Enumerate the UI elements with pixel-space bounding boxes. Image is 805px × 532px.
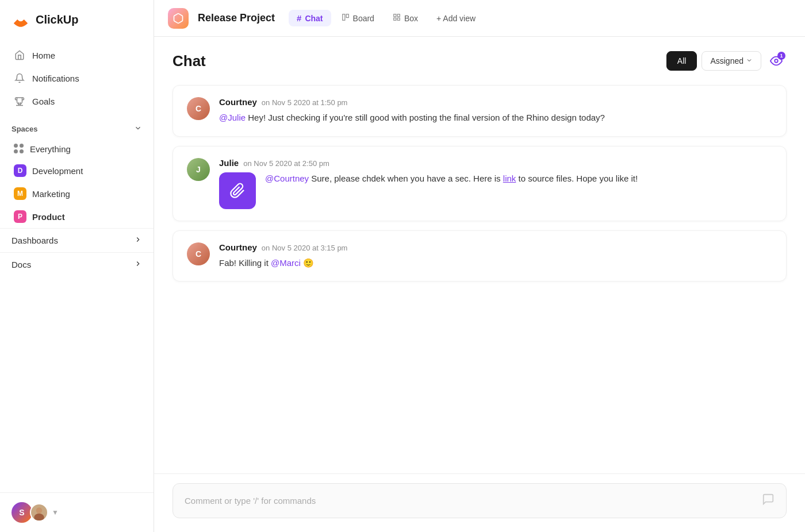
chat-header: Chat All Assigned 1 <box>154 37 805 80</box>
comment-placeholder: Comment or type '/' for commands <box>185 496 316 506</box>
bell-icon <box>14 72 25 84</box>
filter-assigned-dropdown[interactable]: Assigned <box>702 51 761 71</box>
chat-title: Chat <box>172 52 206 70</box>
tab-box[interactable]: Box <box>385 10 426 26</box>
project-title: Release Project <box>198 12 275 24</box>
marketing-badge: M <box>14 187 26 200</box>
clickup-logo-icon <box>12 10 30 29</box>
message-3-content: Courtney on Nov 5 2020 at 3:15 pm Fab! K… <box>219 242 772 270</box>
message-3-emoji: 🙂 <box>303 258 314 268</box>
tab-chat[interactable]: # Chat <box>289 10 331 26</box>
message-2: J Julie on Nov 5 2020 at 2:50 pm @Courtn… <box>172 146 787 221</box>
sidebar-item-development[interactable]: D Development <box>2 159 151 182</box>
message-2-header: Julie on Nov 5 2020 at 2:50 pm <box>219 158 772 168</box>
courtney-avatar-1: C <box>187 97 210 120</box>
sidebar-item-notifications[interactable]: Notifications <box>7 67 147 90</box>
svg-rect-6 <box>394 18 396 20</box>
spaces-header[interactable]: Spaces <box>0 117 154 138</box>
view-tabs: # Chat Board Box + Add view <box>289 10 484 26</box>
spaces-chevron-icon <box>134 124 142 134</box>
sidebar-item-everything[interactable]: Everything <box>2 138 151 159</box>
add-view-label: + Add view <box>436 14 476 23</box>
filter-assigned-label: Assigned <box>710 56 743 65</box>
tab-board[interactable]: Board <box>334 10 382 26</box>
courtney-avatar-2: C <box>187 242 210 265</box>
watch-button[interactable]: 1 <box>766 51 787 71</box>
svg-rect-5 <box>397 14 400 17</box>
message-2-time: on Nov 5 2020 at 2:50 pm <box>243 159 329 168</box>
topbar: Release Project # Chat Board Box + Add v… <box>154 0 805 37</box>
sidebar-item-notifications-label: Notifications <box>32 74 79 83</box>
sidebar-item-marketing-label: Marketing <box>32 189 70 199</box>
message-2-content: Julie on Nov 5 2020 at 2:50 pm @Courtney… <box>219 158 772 209</box>
sidebar-item-docs[interactable]: Docs <box>0 252 154 276</box>
filter-all-button[interactable]: All <box>666 51 697 71</box>
svg-rect-3 <box>346 14 348 18</box>
sidebar-item-home-label: Home <box>32 51 55 60</box>
tab-chat-label: Chat <box>305 14 323 23</box>
sidebar-nav: Home Notifications Goals <box>0 39 154 117</box>
sidebar: ClickUp Home Notifications Goals Spaces <box>0 0 154 532</box>
message-3-header: Courtney on Nov 5 2020 at 3:15 pm <box>219 242 772 252</box>
message-1-mention[interactable]: @Julie <box>219 113 246 122</box>
user-avatar-2[interactable] <box>30 503 48 522</box>
user-avatar-s[interactable]: S <box>12 502 32 523</box>
chat-filters: All Assigned <box>666 51 761 71</box>
comment-box-container: Comment or type '/' for commands <box>154 473 805 532</box>
message-1-content: Courtney on Nov 5 2020 at 1:50 pm @Julie… <box>219 97 772 125</box>
sidebar-item-goals-label: Goals <box>32 97 55 106</box>
product-badge: P <box>14 210 26 223</box>
svg-rect-7 <box>397 18 400 20</box>
sidebar-item-dashboards-label: Dashboards <box>12 236 58 245</box>
spaces-label: Spaces <box>12 125 38 133</box>
box-icon <box>393 13 401 23</box>
add-view-button[interactable]: + Add view <box>428 10 484 26</box>
dashboards-chevron-icon <box>134 236 142 245</box>
message-3-author: Courtney <box>219 242 257 252</box>
user-caret-icon[interactable]: ▼ <box>52 508 59 516</box>
sidebar-item-goals[interactable]: Goals <box>7 90 147 113</box>
message-1-header: Courtney on Nov 5 2020 at 1:50 pm <box>219 97 772 107</box>
sidebar-item-development-label: Development <box>32 166 83 176</box>
message-2-link[interactable]: link <box>503 174 516 183</box>
svg-rect-4 <box>394 14 396 17</box>
sidebar-item-dashboards[interactable]: Dashboards <box>0 228 154 252</box>
message-3-time: on Nov 5 2020 at 3:15 pm <box>262 244 348 252</box>
comment-send-icon[interactable] <box>762 493 775 508</box>
project-icon <box>168 8 189 29</box>
sidebar-item-docs-label: Docs <box>12 260 31 269</box>
message-1-body: Hey! Just checking if you're still good … <box>246 113 605 122</box>
message-1-author: Courtney <box>219 97 257 107</box>
sidebar-item-everything-label: Everything <box>30 144 71 154</box>
messages-container: C Courtney on Nov 5 2020 at 1:50 pm @Jul… <box>154 80 805 473</box>
message-3-mention[interactable]: @Marci <box>271 258 301 268</box>
comment-box[interactable]: Comment or type '/' for commands <box>172 483 787 518</box>
assigned-chevron-icon <box>746 56 753 65</box>
message-3-text: Fab! Killing it @Marci 🙂 <box>219 257 772 270</box>
home-icon <box>14 49 25 61</box>
everything-icon <box>14 144 24 154</box>
message-1: C Courtney on Nov 5 2020 at 1:50 pm @Jul… <box>172 85 787 137</box>
message-2-attachment-area: @Courtney Sure, please chdek when you ha… <box>219 172 772 209</box>
sidebar-item-product[interactable]: P Product <box>2 205 151 228</box>
sidebar-item-home[interactable]: Home <box>7 44 147 67</box>
logo-text: ClickUp <box>36 13 78 26</box>
watch-badge: 1 <box>777 52 785 60</box>
chat-area: Chat All Assigned 1 <box>154 37 805 532</box>
message-2-body-post: to source files. Hope you like it! <box>516 174 638 183</box>
message-2-mention[interactable]: @Courtney <box>265 174 309 183</box>
logo[interactable]: ClickUp <box>0 0 154 39</box>
svg-point-8 <box>775 59 778 63</box>
board-icon <box>342 13 350 23</box>
svg-point-1 <box>34 514 44 521</box>
svg-point-0 <box>36 507 43 514</box>
svg-rect-2 <box>342 14 344 21</box>
sidebar-item-marketing[interactable]: M Marketing <box>2 182 151 205</box>
tab-board-label: Board <box>353 14 374 23</box>
message-2-body-pre: Sure, please chdek when you have a sec. … <box>309 174 503 183</box>
message-2-author: Julie <box>219 158 239 168</box>
message-3-body-pre: Fab! Killing it <box>219 258 271 268</box>
main-content: Release Project # Chat Board Box + Add v… <box>154 0 805 532</box>
attachment-icon[interactable] <box>219 172 256 209</box>
message-3: C Courtney on Nov 5 2020 at 3:15 pm Fab!… <box>172 230 787 282</box>
